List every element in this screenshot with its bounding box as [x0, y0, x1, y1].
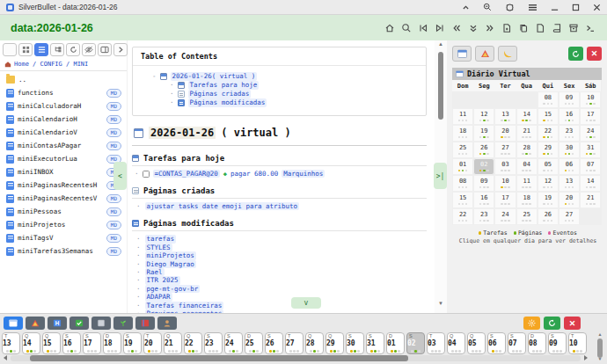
maximize-icon[interactable]	[572, 4, 580, 11]
toc-link[interactable]: Tarefas para hoje	[188, 81, 260, 90]
person-strip-button[interactable]	[157, 317, 177, 330]
tasks-strip-button[interactable]	[69, 317, 89, 330]
day-card[interactable]: Q15	[42, 332, 61, 354]
calendar-day[interactable]: 13	[559, 175, 580, 192]
calendar-day[interactable]: 14	[516, 108, 538, 125]
day-card[interactable]: T10	[568, 332, 587, 354]
eye-off-icon[interactable]	[82, 43, 96, 56]
calendar-day[interactable]: 19	[473, 125, 494, 142]
page-title[interactable]: data:2026-01-26	[11, 22, 93, 34]
chevron-right-icon[interactable]	[113, 43, 128, 56]
refresh-icon[interactable]	[66, 43, 80, 56]
day-card[interactable]: S24	[224, 332, 243, 354]
file-row[interactable]: miniContasAPagarMD	[0, 139, 127, 152]
grid-view-icon[interactable]	[18, 43, 33, 56]
day-card[interactable]: T20	[143, 332, 162, 354]
day-card[interactable]: Q29	[325, 332, 344, 354]
calendar-day[interactable]: 24	[580, 125, 601, 142]
redbook-strip-button[interactable]	[135, 317, 155, 330]
calendar-day[interactable]: 18	[452, 125, 473, 142]
day-card[interactable]: D25	[245, 332, 263, 354]
modified-page-link[interactable]: Tarefas financeiras	[145, 302, 224, 309]
refresh-panel-button[interactable]	[568, 47, 583, 61]
calendar-day[interactable]: 16	[559, 108, 580, 125]
strip-scrollbar-thumb[interactable]	[597, 339, 603, 358]
nav-next-icon[interactable]	[434, 22, 446, 34]
day-card[interactable]: T03	[427, 332, 445, 354]
modified-page-link[interactable]: miniProjetos	[145, 251, 196, 259]
calendar-day[interactable]: 20	[494, 125, 516, 142]
calendar-day[interactable]: 01	[452, 158, 473, 175]
day-card[interactable]: Q05	[467, 332, 486, 354]
hscrollbar-thumb[interactable]	[30, 355, 408, 361]
day-card[interactable]: Q21	[164, 332, 182, 354]
calendar-day[interactable]: 22	[538, 125, 559, 142]
calendar-day[interactable]: 10	[494, 175, 516, 192]
day-card[interactable]: S30	[346, 332, 364, 354]
task-link[interactable]: =CONTAS_PAGAR@20	[153, 170, 220, 178]
file-row[interactable]: miniCalculadoraHMD	[0, 99, 127, 113]
expand-bottom-panel-button[interactable]: v	[291, 297, 321, 309]
calendar-day[interactable]: 13	[494, 108, 516, 125]
day-card[interactable]: Q04	[447, 332, 465, 354]
day-card[interactable]: Q28	[305, 332, 324, 354]
file-row[interactable]: miniExecutorLuaMD	[0, 152, 127, 165]
day-card[interactable]: D08	[528, 332, 546, 354]
folder-up-row[interactable]: ..	[0, 73, 127, 86]
calendar-day[interactable]: 09	[473, 175, 494, 192]
calendar-day[interactable]: 14	[580, 175, 601, 192]
calendar-day[interactable]: 21	[580, 192, 601, 208]
calendar-day[interactable]: 18	[516, 192, 538, 208]
day-card[interactable]: S09	[548, 332, 567, 354]
modified-page-link[interactable]: STYLES	[145, 244, 172, 251]
calendar-day[interactable]: 23	[559, 125, 580, 142]
settings-button[interactable]	[523, 317, 540, 330]
archive-icon[interactable]	[567, 22, 580, 34]
collapse-sidebar-button[interactable]: <	[113, 162, 127, 190]
blank-strip-button[interactable]	[91, 317, 111, 330]
library-icon[interactable]	[551, 22, 563, 34]
book-strip-button[interactable]: H	[48, 317, 67, 330]
calendar-day-today[interactable]: 02	[473, 158, 494, 175]
calendar-day[interactable]: 26	[538, 208, 559, 225]
calendar-day[interactable]: 19	[538, 192, 559, 208]
day-card[interactable]: Q22	[184, 332, 202, 354]
file-row[interactable]: miniTagsVMD	[0, 231, 127, 244]
extensions-icon[interactable]	[505, 3, 515, 12]
calendar-day[interactable]: 15	[452, 192, 473, 208]
calendar-day[interactable]: 31	[580, 142, 601, 158]
file-row[interactable]: miniTarefas3SemanasMD	[0, 244, 127, 258]
calendar-day[interactable]: 10	[580, 91, 601, 108]
calendar-day[interactable]: 11	[516, 175, 538, 192]
calendar-day[interactable]: 26	[473, 142, 494, 158]
banana-view-button[interactable]	[498, 46, 517, 62]
calendar-day[interactable]: 16	[473, 192, 494, 208]
file-row[interactable]: miniPaginasRecentesVMD	[0, 192, 127, 205]
day-card[interactable]: T13	[2, 332, 20, 354]
warning-strip-button[interactable]	[26, 317, 45, 330]
day-card[interactable]: T27	[285, 332, 304, 354]
strip-scroll-up-icon[interactable]: ▲	[596, 331, 604, 337]
sidebar-blank-button[interactable]	[3, 43, 17, 56]
calendar-view-button[interactable]	[452, 46, 472, 62]
toc-link[interactable]: 2026-01-26( virtual )	[171, 72, 258, 81]
calendar-day[interactable]: 28	[516, 142, 538, 158]
calendar-day[interactable]: 17	[494, 192, 516, 208]
day-card-today[interactable]: S02	[406, 332, 425, 354]
scroll-right-icon[interactable]	[584, 355, 588, 360]
panel-toggle-icon[interactable]	[98, 43, 112, 56]
chevrons-down-icon[interactable]	[467, 22, 479, 34]
day-card[interactable]: S19	[123, 332, 142, 354]
expand-right-panel-button[interactable]: >|	[434, 163, 447, 189]
file-row[interactable]: functionsMD	[0, 86, 127, 99]
calendar-day[interactable]: 09	[559, 91, 580, 108]
day-card[interactable]: D01	[386, 332, 405, 354]
task-assignee-link[interactable]: Marquinhos	[282, 170, 325, 178]
modified-page-link[interactable]: pge-mt-gov-br	[145, 285, 201, 293]
calendar-day[interactable]: 12	[538, 175, 559, 192]
modified-page-link[interactable]: Rael	[145, 268, 165, 276]
scrollbar-thumb[interactable]	[438, 52, 443, 120]
calendar-day[interactable]: 27	[494, 142, 516, 158]
day-card[interactable]: S06	[487, 332, 506, 354]
calendar-day[interactable]: 12	[473, 108, 494, 125]
